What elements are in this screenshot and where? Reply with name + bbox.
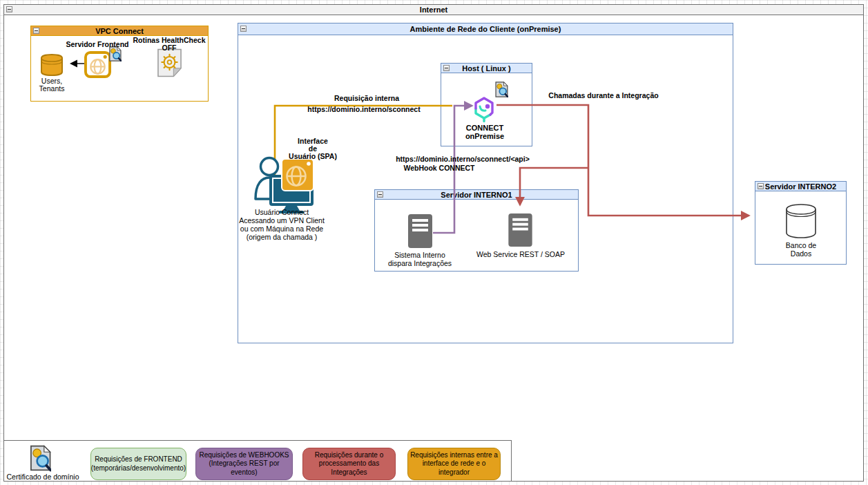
chamadas-integracao-label: Chamadas durante a Integração <box>548 91 658 99</box>
rotinas-healthcheck-label: Rotinas HealthCheckOFF <box>133 37 205 52</box>
domain-certificate-icon[interactable] <box>494 82 508 97</box>
requisicao-interna-label: Requisição interna <box>334 94 399 102</box>
domain-certificate-icon <box>29 444 51 473</box>
edge-integration-to-webservice-red[interactable] <box>520 168 588 205</box>
white-database-cylinder-icon[interactable] <box>783 202 819 240</box>
edges-overlay <box>0 0 868 485</box>
connect-onpremise-logo-icon[interactable] <box>472 95 497 124</box>
server-icon[interactable] <box>407 213 434 249</box>
certificado-dominio-label: Certificado de domínio <box>6 473 79 481</box>
server-icon[interactable] <box>507 212 534 248</box>
interface-usuario-spa-label: InterfacedeUsuário (SPA) <box>289 137 337 160</box>
webhook-url-label: https://dominio.interno/sconnect/<api> <box>396 155 530 163</box>
webhook-connect-label: WebHook CONNECT <box>403 164 474 172</box>
document-gear-icon[interactable] <box>157 48 182 78</box>
servidor-frontend-label: Servidor Frontend <box>66 40 128 48</box>
web-service-label: Web Service REST / SOAP <box>476 250 565 258</box>
edge-integration-to-interno2-red[interactable] <box>496 105 749 216</box>
orange-database-cylinder-icon[interactable] <box>39 53 64 77</box>
diagram-canvas: Internet VPC Connect Ambiente de Rede do… <box>0 0 868 485</box>
domain-certificate-icon[interactable] <box>108 46 122 61</box>
sistema-interno-label: Sistema Internodispara Integrações <box>388 251 452 267</box>
usuario-connect-description: Usuário ConnectAcessando um VPN Clientou… <box>239 208 325 241</box>
user-with-monitor-icon[interactable] <box>253 155 316 214</box>
requisicao-url-label: https://dominio.interno/sconnect <box>307 105 420 113</box>
connect-onpremise-label: CONNECTonPremise <box>465 124 504 140</box>
users-tenants-label: Users,Tenants <box>39 77 65 93</box>
banco-de-dados-label: Banco deDados <box>786 241 816 258</box>
web-browser-icon[interactable] <box>84 51 111 78</box>
